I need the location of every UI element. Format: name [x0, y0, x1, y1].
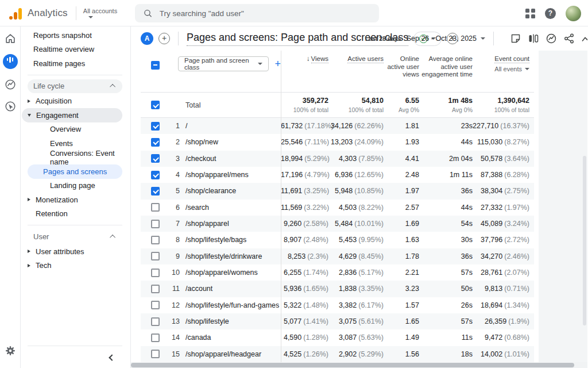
sidebar-item-user-attributes[interactable]: User attributes	[21, 244, 122, 259]
table-header-row: Page path and screen class + ↓Views Acti…	[141, 51, 534, 92]
report-content: A + Pages and screens: Page path and scr…	[131, 26, 587, 368]
row-checkbox[interactable]	[151, 154, 160, 163]
sidebar-item-pages-and-screens[interactable]: Pages and screens	[28, 164, 122, 179]
table-row[interactable]: 15 /shop/apparel/headgear 4,525(1.26%) 2…	[141, 346, 534, 362]
row-checkbox[interactable]	[151, 317, 160, 326]
engagement-time-cell: 36s	[419, 252, 473, 260]
row-checkbox[interactable]	[151, 220, 160, 228]
views-cell: 5,936(1.65%)	[281, 285, 328, 293]
event-count-cell: 27,332(1.97%)	[473, 204, 534, 212]
table-row[interactable]: 3 /checkout 18,994(5.29%) 4,303(7.85%) 4…	[141, 151, 534, 167]
column-header-active-users[interactable]: Active users	[328, 55, 384, 63]
active-users-cell: 34,126(62.26%)	[328, 122, 384, 130]
event-filter[interactable]: All events	[494, 66, 529, 74]
table-row[interactable]: 12 /shop/lifestyle/fun-and-games 5,322(1…	[141, 297, 534, 313]
table-row[interactable]: 4 /shop/apparel/mens 17,196(4.79%) 6,936…	[141, 167, 534, 183]
advertising-icon[interactable]	[4, 100, 17, 113]
table-row[interactable]: 10 /shop/apparel/womens 6,255(1.74%) 2,8…	[141, 264, 534, 281]
sidebar-item-overview[interactable]: Overview	[28, 122, 122, 137]
event-count-cell: 50,578(3.64%)	[473, 155, 534, 163]
sidebar-item-monetization[interactable]: Monetization	[21, 193, 122, 207]
views-cell: 9,260(2.58%)	[281, 220, 328, 228]
row-page-path: /checkout	[185, 155, 281, 163]
table-row[interactable]: 6 /search 11,569(3.22%) 4,503(8.22%) 2.5…	[141, 200, 534, 216]
views-cell: 11,691(3.25%)	[281, 187, 328, 195]
row-checkbox[interactable]	[151, 301, 160, 309]
row-checkbox[interactable]	[151, 171, 160, 179]
apps-grid-icon[interactable]	[525, 9, 535, 18]
views-cell: 4,590(1.28%)	[281, 334, 328, 342]
home-icon[interactable]	[4, 32, 17, 45]
comparison-icon[interactable]	[528, 33, 539, 44]
sidebar-item-conversions[interactable]: Conversions: Event name	[28, 151, 122, 165]
column-header-views[interactable]: ↓Views	[281, 55, 328, 63]
table-row[interactable]: 5 /shop/clearance 11,691(3.25%) 5,948(10…	[141, 183, 534, 199]
property-badge[interactable]: A	[141, 32, 153, 45]
account-switcher[interactable]: All accounts	[83, 7, 117, 18]
row-rank: 12	[169, 301, 185, 309]
row-checkbox[interactable]	[151, 187, 160, 195]
sidebar-item-realtime-overview[interactable]: Realtime overview	[21, 43, 130, 57]
reports-icon[interactable]	[3, 54, 18, 69]
table-row[interactable]: 14 /canada 4,590(1.28%) 3,087(5.63%) 1.4…	[141, 329, 534, 346]
add-report-tab-icon[interactable]: +	[158, 33, 170, 44]
row-page-path: /shop/apparel/womens	[185, 269, 281, 277]
row-checkbox[interactable]	[151, 252, 160, 260]
online-views-cell: 2.21	[384, 269, 419, 277]
help-icon[interactable]: ?	[545, 8, 556, 19]
dimension-selector[interactable]: Page path and screen class	[178, 56, 269, 71]
total-checkbox[interactable]	[151, 101, 160, 109]
column-header-avg-time[interactable]: Average online active user engagement ti…	[419, 55, 473, 79]
engagement-time-cell: 36s	[419, 187, 473, 195]
user-avatar[interactable]	[566, 6, 581, 21]
search-input[interactable]	[160, 9, 371, 18]
horizontal-scrollbar[interactable]	[131, 363, 574, 367]
section-header-life-cycle[interactable]: Life cycle	[28, 79, 122, 93]
insights-icon[interactable]	[546, 33, 557, 44]
explore-trend-icon[interactable]	[581, 33, 587, 44]
column-header-event-count[interactable]: Event count All events	[473, 55, 534, 73]
sidebar-item-tech[interactable]: Tech	[21, 259, 122, 273]
row-checkbox[interactable]	[151, 122, 160, 131]
event-count-cell: 115,030(8.27%)	[473, 138, 534, 146]
expand-arrow-icon	[28, 99, 30, 103]
vertical-scrollbar[interactable]	[583, 156, 586, 325]
sidebar-item-landing-page[interactable]: Landing page	[28, 179, 122, 193]
table-row[interactable]: 2 /shop/new 25,546(7.11%) 13,203(24.09%)…	[141, 134, 534, 150]
explore-icon[interactable]	[4, 78, 17, 91]
event-count-cell: 38,304(2.75%)	[473, 187, 534, 195]
date-range-picker[interactable]: Sep 26 - Oct 23, 2025	[407, 34, 485, 43]
admin-gear-icon[interactable]	[5, 345, 16, 359]
sidebar-item-retention[interactable]: Retention	[21, 207, 122, 221]
note-icon[interactable]	[510, 33, 521, 44]
divider	[178, 32, 179, 45]
engagement-time-cell: 1m 11s	[419, 171, 473, 179]
collapse-sidenav-icon[interactable]	[109, 354, 115, 361]
table-row[interactable]: 7 /shop/apparel 9,260(2.58%) 5,484(10.01…	[141, 216, 534, 232]
table-row[interactable]: 1 / 61,732(17.18%) 34,126(62.26%) 1.81 2…	[141, 118, 534, 134]
row-checkbox[interactable]	[151, 138, 160, 147]
sidebar-item-engagement[interactable]: Engagement	[22, 108, 122, 122]
row-checkbox[interactable]	[151, 236, 160, 244]
event-count-cell: 26,359(1.9%)	[473, 317, 534, 325]
row-checkbox[interactable]	[151, 350, 160, 358]
add-dimension-icon[interactable]: +	[274, 57, 281, 70]
table-row[interactable]: 8 /shop/lifestyle/bags 8,907(2.48%) 5,45…	[141, 232, 534, 248]
table-row[interactable]: 11 /account 5,936(1.65%) 1,838(3.35%) 3.…	[141, 281, 534, 297]
sidebar-item-acquisition[interactable]: Acquisition	[21, 94, 122, 109]
section-header-user[interactable]: User	[28, 229, 122, 243]
row-checkbox[interactable]	[151, 334, 160, 342]
row-checkbox[interactable]	[151, 203, 160, 212]
column-header-online-views[interactable]: Online active user views	[384, 55, 419, 79]
row-checkbox[interactable]	[151, 285, 160, 293]
row-checkbox[interactable]	[151, 269, 160, 277]
share-icon[interactable]	[563, 33, 575, 44]
table-row[interactable]: 13 /shop/lifestyle 5,077(1.41%) 3,075(5.…	[141, 313, 534, 329]
select-all-checkbox[interactable]	[151, 61, 160, 70]
event-count-cell: 9,472(0.68%)	[473, 334, 534, 342]
sidebar-item-reports-snapshot[interactable]: Reports snapshot	[21, 28, 130, 43]
sidebar-item-realtime-pages[interactable]: Realtime pages	[21, 56, 130, 71]
global-search[interactable]	[135, 4, 379, 22]
engagement-time-cell: 57s	[419, 269, 473, 277]
table-row[interactable]: 9 /shop/lifestyle/drinkware 8,253(2.3%) …	[141, 248, 534, 264]
